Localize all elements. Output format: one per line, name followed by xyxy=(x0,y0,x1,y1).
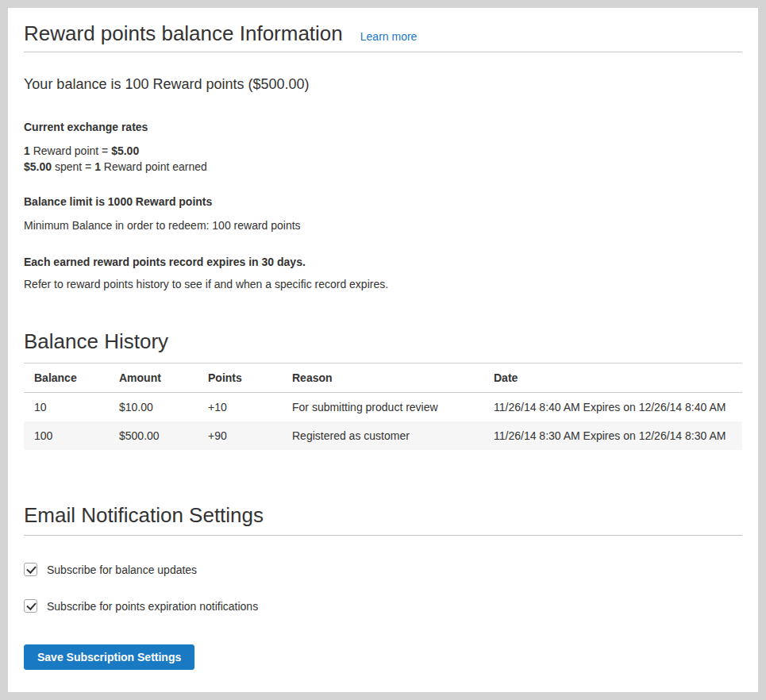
cell-date: 11/26/14 8:40 AM Expires on 12/26/14 8:4… xyxy=(483,393,742,422)
spend-rate-currency-value: $5.00 xyxy=(24,160,52,173)
spend-rate-text: spent = xyxy=(52,160,94,173)
cell-points: +10 xyxy=(198,393,282,422)
learn-more-link[interactable]: Learn more xyxy=(360,30,418,43)
table-row: 100 $500.00 +90 Registered as customer 1… xyxy=(24,421,742,450)
spend-rate-suffix: Reward point earned xyxy=(101,160,207,173)
exchange-rate-currency-value: $5.00 xyxy=(111,144,139,157)
cell-reason: Registered as customer xyxy=(282,421,483,450)
page-title-row: Reward points balance Information Learn … xyxy=(24,8,742,52)
reward-points-card: Reward points balance Information Learn … xyxy=(8,8,758,692)
expiration-heading: Each earned reward points record expires… xyxy=(24,254,742,270)
subscribe-balance-row: Subscribe for balance updates xyxy=(24,563,742,576)
exchange-rate-line-1: 1 Reward point = $5.00 xyxy=(24,143,742,159)
cell-reason: For submitting product review xyxy=(282,393,483,422)
cell-date: 11/26/14 8:30 AM Expires on 12/26/14 8:3… xyxy=(483,421,742,450)
cell-amount: $500.00 xyxy=(109,421,198,450)
expiration-note: Refer to reward points history to see if… xyxy=(24,276,742,292)
email-settings-title-row: Email Notification Settings xyxy=(24,502,742,536)
email-settings-title: Email Notification Settings xyxy=(24,502,742,528)
column-header-points: Points xyxy=(198,363,282,393)
table-header-row: Balance Amount Points Reason Date xyxy=(24,363,742,393)
column-header-balance: Balance xyxy=(24,363,109,393)
balance-summary: Your balance is 100 Reward points ($500.… xyxy=(24,75,742,94)
column-header-date: Date xyxy=(483,363,742,393)
balance-history-table: Balance Amount Points Reason Date 10 $10… xyxy=(24,363,742,450)
balance-history-title: Balance History xyxy=(24,329,742,354)
cell-balance: 100 xyxy=(24,421,109,450)
subscribe-balance-checkbox[interactable] xyxy=(24,563,37,576)
cell-points: +90 xyxy=(198,421,282,450)
table-row: 10 $10.00 +10 For submitting product rev… xyxy=(24,393,742,422)
exchange-rates-heading: Current exchange rates xyxy=(24,119,742,135)
exchange-rate-point-value: 1 xyxy=(24,144,30,157)
exchange-rate-line-2: $5.00 spent = 1 Reward point earned xyxy=(24,159,742,175)
page-title: Reward points balance Information xyxy=(24,21,343,46)
subscribe-expiration-label[interactable]: Subscribe for points expiration notifica… xyxy=(47,600,258,613)
cell-amount: $10.00 xyxy=(109,393,198,422)
balance-limit-text: Balance limit is 1000 Reward points xyxy=(24,194,742,210)
exchange-rate-text: Reward point = xyxy=(30,144,111,157)
spend-rate-point-value: 1 xyxy=(94,160,101,173)
subscribe-expiration-checkbox[interactable] xyxy=(24,599,37,613)
column-header-amount: Amount xyxy=(109,363,198,393)
cell-balance: 10 xyxy=(24,393,109,422)
column-header-reason: Reason xyxy=(282,363,483,393)
subscribe-balance-label[interactable]: Subscribe for balance updates xyxy=(47,563,197,576)
minimum-balance-text: Minimum Balance in order to redeem: 100 … xyxy=(24,217,742,233)
save-subscription-settings-button[interactable]: Save Subscription Settings xyxy=(24,644,194,670)
subscribe-expiration-row: Subscribe for points expiration notifica… xyxy=(24,599,742,613)
exchange-rates-block: 1 Reward point = $5.00 $5.00 spent = 1 R… xyxy=(24,143,742,175)
